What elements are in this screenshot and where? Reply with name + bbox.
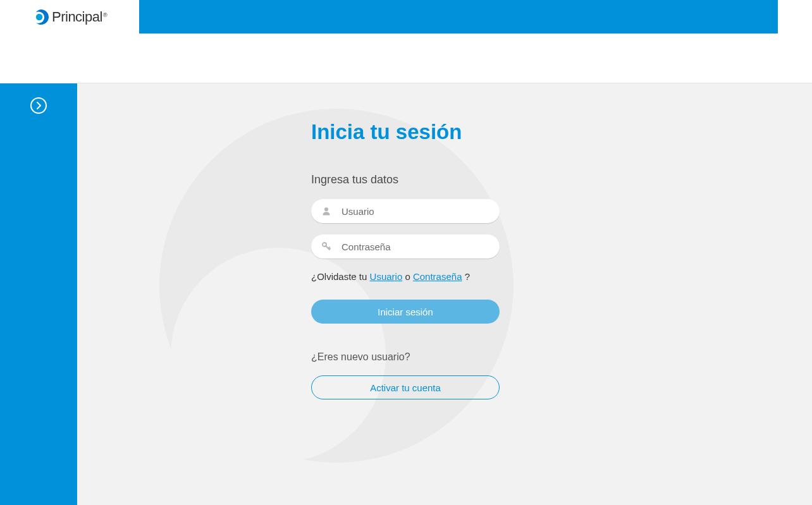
header-spacer	[0, 33, 812, 83]
forgot-password-link[interactable]: Contraseña	[413, 271, 462, 282]
sidebar	[0, 83, 77, 505]
username-input[interactable]	[311, 199, 500, 223]
logo-area: Principal®	[0, 0, 139, 33]
username-field-wrap	[311, 199, 500, 223]
activate-account-button[interactable]: Activar tu cuenta	[311, 375, 500, 399]
forgot-username-link[interactable]: Usuario	[370, 271, 403, 282]
brand-name: Principal®	[52, 9, 108, 25]
forgot-credentials-row: ¿Olvidaste tu Usuario o Contraseña ?	[311, 271, 507, 282]
chevron-right-circle-icon	[30, 97, 47, 117]
header-bar	[139, 0, 778, 33]
login-form: Inicia tu sesión Ingresa tus datos	[77, 83, 507, 399]
user-icon	[321, 206, 331, 216]
brand-logo-icon	[33, 9, 49, 25]
svg-point-2	[324, 207, 328, 211]
sidebar-expand-button[interactable]	[30, 98, 47, 116]
page-title: Inicia tu sesión	[311, 120, 507, 144]
new-user-title: ¿Eres nuevo usuario?	[311, 351, 507, 363]
main-area: Inicia tu sesión Ingresa tus datos	[0, 83, 812, 505]
forgot-prefix: ¿Olvidaste tu	[311, 271, 370, 282]
header: Principal®	[0, 0, 812, 33]
svg-point-0	[36, 13, 42, 20]
content-area: Inicia tu sesión Ingresa tus datos	[77, 83, 812, 505]
form-subtitle: Ingresa tus datos	[311, 173, 507, 186]
svg-point-1	[31, 98, 46, 113]
brand-logo[interactable]: Principal®	[33, 9, 108, 25]
key-icon	[321, 241, 331, 252]
forgot-suffix: ?	[462, 271, 470, 282]
password-field-wrap	[311, 234, 500, 259]
login-button[interactable]: Iniciar sesión	[311, 300, 500, 324]
password-input[interactable]	[311, 234, 500, 259]
forgot-separator: o	[402, 271, 413, 282]
